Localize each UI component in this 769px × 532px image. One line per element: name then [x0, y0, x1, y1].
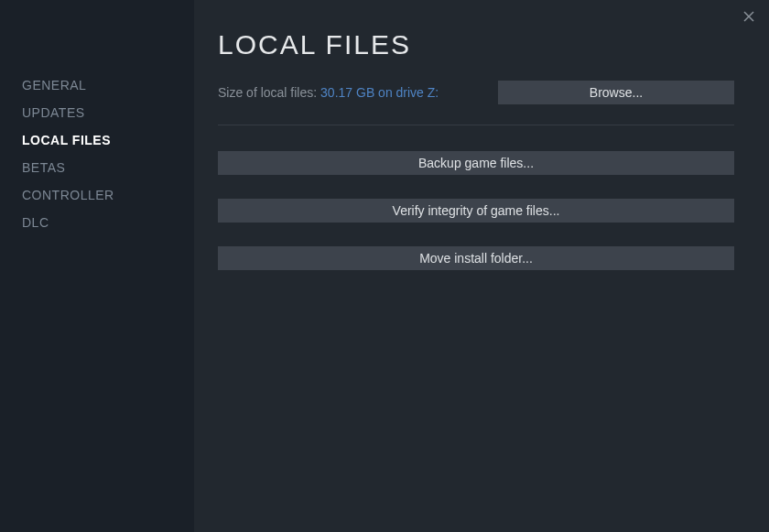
size-label: Size of local files: [218, 85, 320, 100]
close-button[interactable] [740, 7, 758, 26]
page-title: LOCAL FILES [218, 29, 734, 60]
sidebar-item-local-files[interactable]: LOCAL FILES [0, 126, 194, 154]
sidebar: GENERAL UPDATES LOCAL FILES BETAS CONTRO… [0, 0, 194, 532]
sidebar-item-betas[interactable]: BETAS [0, 154, 194, 181]
sidebar-item-updates[interactable]: UPDATES [0, 99, 194, 126]
verify-button[interactable]: Verify integrity of game files... [218, 199, 734, 223]
sidebar-item-general[interactable]: GENERAL [0, 71, 194, 99]
size-value: 30.17 GB on drive Z: [320, 85, 439, 100]
size-row: Size of local files: 30.17 GB on drive Z… [218, 81, 734, 125]
main-panel: LOCAL FILES Size of local files: 30.17 G… [194, 0, 769, 532]
backup-button[interactable]: Backup game files... [218, 151, 734, 175]
size-text: Size of local files: 30.17 GB on drive Z… [218, 85, 439, 100]
move-button[interactable]: Move install folder... [218, 246, 734, 270]
sidebar-item-dlc[interactable]: DLC [0, 209, 194, 236]
close-icon [743, 11, 754, 22]
browse-button[interactable]: Browse... [498, 81, 734, 104]
sidebar-item-controller[interactable]: CONTROLLER [0, 181, 194, 209]
